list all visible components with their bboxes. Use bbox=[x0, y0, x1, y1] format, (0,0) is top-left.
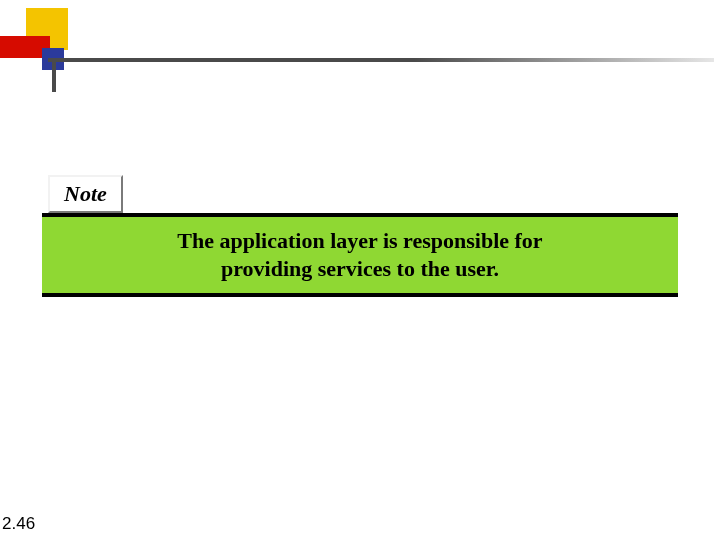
page-number: 2.46 bbox=[2, 514, 35, 534]
note-banner: The application layer is responsible for… bbox=[42, 213, 678, 297]
banner-line-2: providing services to the user. bbox=[60, 255, 660, 283]
banner-body: The application layer is responsible for… bbox=[42, 217, 678, 293]
header-rule bbox=[48, 58, 714, 62]
note-label-text: Note bbox=[64, 181, 107, 206]
header-rule-tick bbox=[52, 58, 56, 92]
slide-logo bbox=[0, 0, 90, 95]
note-label: Note bbox=[48, 175, 123, 213]
banner-bottom-rule bbox=[42, 293, 678, 297]
banner-line-1: The application layer is responsible for bbox=[60, 227, 660, 255]
slide: Note The application layer is responsibl… bbox=[0, 0, 720, 540]
